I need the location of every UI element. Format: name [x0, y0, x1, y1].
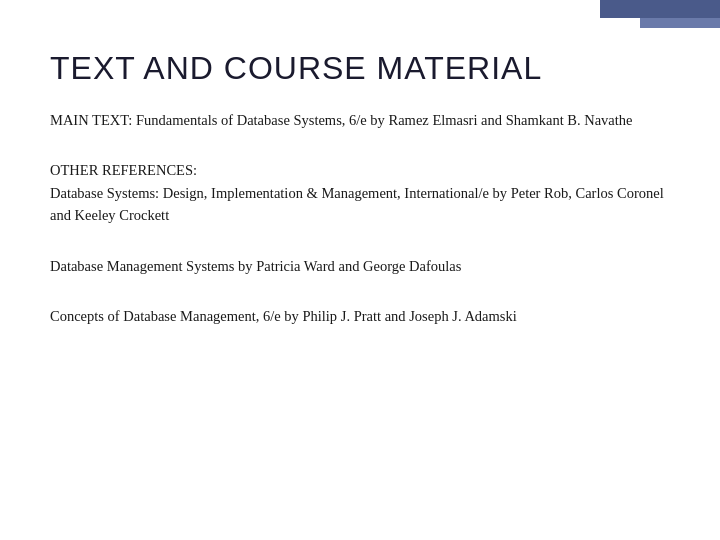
main-text-paragraph: MAIN TEXT: Fundamentals of Database Syst…	[50, 109, 670, 131]
other-refs-label: OTHER REFERENCES:	[50, 159, 670, 181]
accent-bar-top	[600, 0, 720, 18]
slide-container: TEXT AND COURSE MATERIAL MAIN TEXT: Fund…	[0, 0, 720, 540]
other-refs-section: OTHER REFERENCES: Database Systems: Desi…	[50, 159, 670, 226]
accent-bar-bottom	[640, 18, 720, 28]
concepts-section: Concepts of Database Management, 6/e by …	[50, 305, 670, 327]
other-refs-text: Database Systems: Design, Implementation…	[50, 182, 670, 227]
concepts-text: Concepts of Database Management, 6/e by …	[50, 305, 670, 327]
main-text-section: MAIN TEXT: Fundamentals of Database Syst…	[50, 109, 670, 131]
page-title: TEXT AND COURSE MATERIAL	[50, 50, 670, 87]
db-mgmt-section: Database Management Systems by Patricia …	[50, 255, 670, 277]
db-mgmt-text: Database Management Systems by Patricia …	[50, 255, 670, 277]
content-area: MAIN TEXT: Fundamentals of Database Syst…	[50, 109, 670, 328]
